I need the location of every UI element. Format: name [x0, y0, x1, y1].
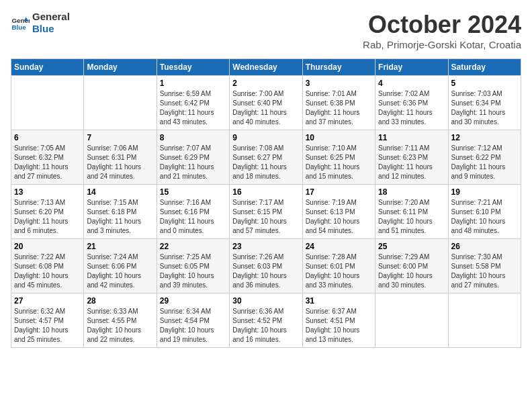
day-number: 5 — [451, 79, 518, 88]
day-number: 22 — [160, 242, 226, 251]
day-info: Sunrise: 7:16 AMSunset: 6:16 PMDaylight:… — [160, 198, 226, 236]
header-sunday: Sunday — [11, 59, 84, 76]
day-info: Sunrise: 7:01 AMSunset: 6:38 PMDaylight:… — [306, 89, 372, 127]
calendar-cell — [448, 293, 521, 348]
page-header: General Blue General Blue October 2024 R… — [11, 11, 521, 50]
calendar-cell: 21Sunrise: 7:24 AMSunset: 6:06 PMDayligh… — [84, 239, 157, 293]
day-number: 11 — [378, 133, 445, 142]
calendar-cell: 7Sunrise: 7:06 AMSunset: 6:31 PMDaylight… — [84, 130, 157, 185]
day-info: Sunrise: 7:30 AMSunset: 5:58 PMDaylight:… — [451, 253, 518, 290]
calendar-cell: 10Sunrise: 7:10 AMSunset: 6:25 PMDayligh… — [302, 130, 375, 185]
day-info: Sunrise: 7:19 AMSunset: 6:13 PMDaylight:… — [306, 198, 372, 236]
day-number: 29 — [160, 296, 226, 306]
day-info: Sunrise: 7:28 AMSunset: 6:01 PMDaylight:… — [306, 253, 372, 290]
day-number: 27 — [14, 296, 81, 306]
calendar-cell: 29Sunrise: 6:34 AMSunset: 4:54 PMDayligh… — [157, 293, 229, 348]
location-title: Rab, Primorje-Gorski Kotar, Croatia — [363, 39, 521, 50]
calendar-cell: 2Sunrise: 7:00 AMSunset: 6:40 PMDaylight… — [230, 76, 302, 130]
day-info: Sunrise: 7:25 AMSunset: 6:05 PMDaylight:… — [160, 253, 226, 290]
day-number: 21 — [87, 242, 153, 251]
logo-text-blue: Blue — [32, 23, 70, 35]
day-number: 13 — [14, 187, 81, 197]
day-number: 7 — [87, 133, 153, 142]
day-info: Sunrise: 7:08 AMSunset: 6:27 PMDaylight:… — [232, 144, 299, 181]
header-saturday: Saturday — [448, 59, 521, 76]
day-info: Sunrise: 6:59 AMSunset: 6:42 PMDaylight:… — [160, 89, 226, 127]
day-info: Sunrise: 7:12 AMSunset: 6:22 PMDaylight:… — [451, 144, 518, 181]
calendar-cell: 1Sunrise: 6:59 AMSunset: 6:42 PMDaylight… — [157, 76, 229, 130]
day-number: 4 — [378, 79, 445, 88]
calendar-cell: 17Sunrise: 7:19 AMSunset: 6:13 PMDayligh… — [302, 185, 375, 239]
day-info: Sunrise: 7:26 AMSunset: 6:03 PMDaylight:… — [232, 253, 299, 290]
day-info: Sunrise: 7:24 AMSunset: 6:06 PMDaylight:… — [87, 253, 153, 290]
day-number: 14 — [87, 187, 153, 197]
svg-text:Blue: Blue — [11, 24, 26, 31]
day-info: Sunrise: 7:22 AMSunset: 6:08 PMDaylight:… — [14, 253, 81, 290]
day-info: Sunrise: 6:37 AMSunset: 4:51 PMDaylight:… — [306, 307, 372, 345]
calendar-cell: 22Sunrise: 7:25 AMSunset: 6:05 PMDayligh… — [157, 239, 229, 293]
header-friday: Friday — [375, 59, 448, 76]
calendar-cell: 18Sunrise: 7:20 AMSunset: 6:11 PMDayligh… — [375, 185, 448, 239]
day-number: 20 — [14, 242, 81, 251]
day-info: Sunrise: 7:29 AMSunset: 6:00 PMDaylight:… — [378, 253, 445, 290]
day-number: 8 — [160, 133, 226, 142]
calendar-cell: 9Sunrise: 7:08 AMSunset: 6:27 PMDaylight… — [230, 130, 302, 185]
day-info: Sunrise: 7:15 AMSunset: 6:18 PMDaylight:… — [87, 198, 153, 236]
day-info: Sunrise: 7:20 AMSunset: 6:11 PMDaylight:… — [378, 198, 445, 236]
day-info: Sunrise: 7:00 AMSunset: 6:40 PMDaylight:… — [232, 89, 299, 127]
calendar-week-1: 1Sunrise: 6:59 AMSunset: 6:42 PMDaylight… — [11, 76, 521, 130]
calendar-table: SundayMondayTuesdayWednesdayThursdayFrid… — [11, 58, 521, 348]
day-number: 2 — [232, 79, 299, 88]
day-info: Sunrise: 7:21 AMSunset: 6:10 PMDaylight:… — [451, 198, 518, 236]
day-number: 18 — [378, 187, 445, 197]
calendar-cell: 23Sunrise: 7:26 AMSunset: 6:03 PMDayligh… — [230, 239, 302, 293]
day-number: 6 — [14, 133, 81, 142]
calendar-week-5: 27Sunrise: 6:32 AMSunset: 4:57 PMDayligh… — [11, 293, 521, 348]
calendar-cell: 24Sunrise: 7:28 AMSunset: 6:01 PMDayligh… — [302, 239, 375, 293]
day-number: 16 — [232, 187, 299, 197]
day-number: 3 — [306, 79, 372, 88]
calendar-cell: 30Sunrise: 6:36 AMSunset: 4:52 PMDayligh… — [230, 293, 302, 348]
calendar-cell: 6Sunrise: 7:05 AMSunset: 6:32 PMDaylight… — [11, 130, 84, 185]
day-info: Sunrise: 7:10 AMSunset: 6:25 PMDaylight:… — [306, 144, 372, 181]
calendar-cell: 4Sunrise: 7:02 AMSunset: 6:36 PMDaylight… — [375, 76, 448, 130]
day-number: 19 — [451, 187, 518, 197]
day-info: Sunrise: 6:34 AMSunset: 4:54 PMDaylight:… — [160, 307, 226, 345]
calendar-cell: 27Sunrise: 6:32 AMSunset: 4:57 PMDayligh… — [11, 293, 84, 348]
calendar-cell: 8Sunrise: 7:07 AMSunset: 6:29 PMDaylight… — [157, 130, 229, 185]
day-number: 24 — [306, 242, 372, 251]
calendar-cell: 13Sunrise: 7:13 AMSunset: 6:20 PMDayligh… — [11, 185, 84, 239]
day-info: Sunrise: 7:07 AMSunset: 6:29 PMDaylight:… — [160, 144, 226, 181]
calendar-cell: 12Sunrise: 7:12 AMSunset: 6:22 PMDayligh… — [448, 130, 521, 185]
day-number: 26 — [451, 242, 518, 251]
calendar-header-row: SundayMondayTuesdayWednesdayThursdayFrid… — [11, 59, 521, 76]
day-number: 31 — [306, 296, 372, 306]
header-tuesday: Tuesday — [157, 59, 229, 76]
day-info: Sunrise: 7:06 AMSunset: 6:31 PMDaylight:… — [87, 144, 153, 181]
day-info: Sunrise: 7:13 AMSunset: 6:20 PMDaylight:… — [14, 198, 81, 236]
calendar-cell: 5Sunrise: 7:03 AMSunset: 6:34 PMDaylight… — [448, 76, 521, 130]
day-number: 12 — [451, 133, 518, 142]
day-info: Sunrise: 7:17 AMSunset: 6:15 PMDaylight:… — [232, 198, 299, 236]
title-area: October 2024 Rab, Primorje-Gorski Kotar,… — [363, 11, 521, 50]
calendar-cell: 20Sunrise: 7:22 AMSunset: 6:08 PMDayligh… — [11, 239, 84, 293]
day-number: 25 — [378, 242, 445, 251]
day-info: Sunrise: 7:11 AMSunset: 6:23 PMDaylight:… — [378, 144, 445, 181]
calendar-week-2: 6Sunrise: 7:05 AMSunset: 6:32 PMDaylight… — [11, 130, 521, 185]
calendar-cell — [11, 76, 84, 130]
day-number: 10 — [306, 133, 372, 142]
day-number: 23 — [232, 242, 299, 251]
day-number: 15 — [160, 187, 226, 197]
calendar-week-4: 20Sunrise: 7:22 AMSunset: 6:08 PMDayligh… — [11, 239, 521, 293]
day-number: 28 — [87, 296, 153, 306]
day-info: Sunrise: 6:33 AMSunset: 4:55 PMDaylight:… — [87, 307, 153, 345]
day-info: Sunrise: 6:36 AMSunset: 4:52 PMDaylight:… — [232, 307, 299, 345]
logo: General Blue General Blue — [11, 11, 70, 35]
day-info: Sunrise: 7:05 AMSunset: 6:32 PMDaylight:… — [14, 144, 81, 181]
calendar-week-3: 13Sunrise: 7:13 AMSunset: 6:20 PMDayligh… — [11, 185, 521, 239]
calendar-cell: 3Sunrise: 7:01 AMSunset: 6:38 PMDaylight… — [302, 76, 375, 130]
calendar-cell: 19Sunrise: 7:21 AMSunset: 6:10 PMDayligh… — [448, 185, 521, 239]
calendar-cell — [84, 76, 157, 130]
day-number: 17 — [306, 187, 372, 197]
calendar-cell: 11Sunrise: 7:11 AMSunset: 6:23 PMDayligh… — [375, 130, 448, 185]
